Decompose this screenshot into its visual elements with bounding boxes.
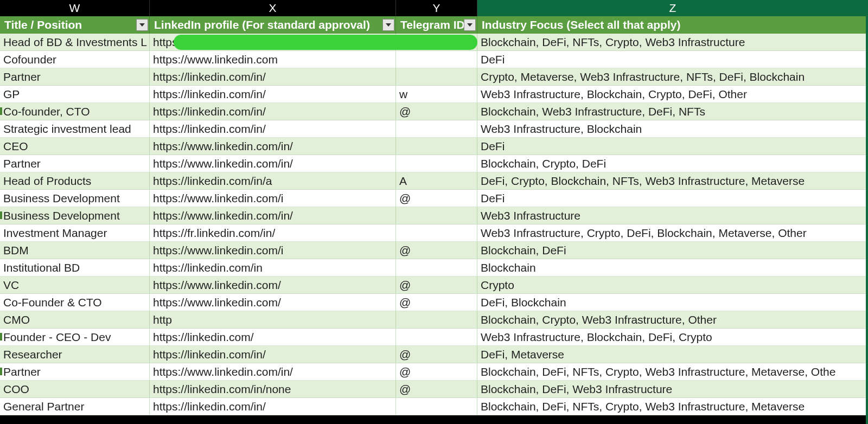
column-letter-z[interactable]: Z	[477, 0, 868, 16]
cell-x[interactable]: https://www.linkedin.com	[150, 51, 396, 68]
cell-x[interactable]: https://www.linkedin.com/in/a	[150, 34, 396, 51]
cell-z[interactable]: DeFi, Crypto, Blockchain, NFTs, Web3 Inf…	[477, 172, 868, 190]
cell-y[interactable]: @	[396, 363, 477, 381]
cell-y[interactable]: @	[396, 190, 477, 207]
cell-x[interactable]: https://www.linkedin.com/	[150, 277, 396, 294]
cell-w[interactable]: GP	[0, 86, 150, 103]
cell-w[interactable]: Partner	[0, 155, 150, 172]
cell-y[interactable]: @	[396, 294, 477, 311]
filter-button-w[interactable]	[136, 19, 148, 31]
cell-y[interactable]: @	[396, 103, 477, 120]
cell-w[interactable]: Founder - CEO - Dev	[0, 329, 150, 346]
cell-y[interactable]	[396, 259, 477, 277]
cell-z[interactable]: Blockchain, DeFi, NFTs, Crypto, Web3 Inf…	[477, 363, 868, 381]
cell-y[interactable]: @	[396, 381, 477, 398]
cell-x[interactable]: https://linkedin.com/in	[150, 259, 396, 277]
cell-y[interactable]	[396, 207, 477, 224]
cell-x[interactable]: https://linkedin.com/in/	[150, 86, 396, 103]
cell-w[interactable]: General Partner	[0, 398, 150, 415]
cell-w[interactable]: Head of Products	[0, 172, 150, 190]
cell-x[interactable]: https://www.linkedin.com/	[150, 294, 396, 311]
cell-y[interactable]	[396, 311, 477, 329]
cell-z[interactable]: DeFi, Blockchain	[477, 294, 868, 311]
cell-x[interactable]: https://linkedin.com/in/a	[150, 172, 396, 190]
cell-x[interactable]: https://linkedin.com/in/	[150, 103, 396, 120]
cell-x[interactable]: https://www.linkedin.com/i	[150, 242, 396, 259]
cell-z[interactable]: DeFi	[477, 190, 868, 207]
cell-x[interactable]: https://linkedin.com/in/none	[150, 381, 396, 398]
cell-z[interactable]: DeFi	[477, 138, 868, 155]
cell-z[interactable]: DeFi, Metaverse	[477, 346, 868, 363]
header-telegram-id[interactable]: Telegram ID	[396, 16, 477, 34]
column-letter-x[interactable]: X	[150, 0, 396, 16]
cell-z[interactable]: Blockchain, Web3 Infrastructure, DeFi, N…	[477, 103, 868, 120]
cell-z[interactable]: Crypto	[477, 277, 868, 294]
cell-z[interactable]: Blockchain, DeFi, NFTs, Crypto, Web3 Inf…	[477, 398, 868, 415]
cell-w[interactable]: VC	[0, 277, 150, 294]
cell-w[interactable]: Business Development	[0, 190, 150, 207]
cell-x[interactable]: https://linkedin.com/in/	[150, 398, 396, 415]
cell-y[interactable]: @	[396, 242, 477, 259]
filter-button-x[interactable]	[382, 19, 394, 31]
cell-x[interactable]: https://www.linkedin.com/i	[150, 190, 396, 207]
header-linkedin-profile[interactable]: LinkedIn profile (For standard approval)	[150, 16, 396, 34]
column-letter-y[interactable]: Y	[396, 0, 477, 16]
cell-y[interactable]	[396, 224, 477, 242]
cell-z[interactable]: DeFi	[477, 51, 868, 68]
cell-y[interactable]	[396, 329, 477, 346]
table-row: Head of Productshttps://linkedin.com/in/…	[0, 172, 868, 190]
cell-w[interactable]: Business Development	[0, 207, 150, 224]
cell-z[interactable]: Blockchain	[477, 259, 868, 277]
cell-y[interactable]: w	[396, 86, 477, 103]
cell-x[interactable]: https://fr.linkedin.com/in/	[150, 224, 396, 242]
cell-y[interactable]	[396, 68, 477, 86]
cell-x[interactable]: http	[150, 311, 396, 329]
cell-w[interactable]: CEO	[0, 138, 150, 155]
cell-w[interactable]: CMO	[0, 311, 150, 329]
cell-w[interactable]: Partner	[0, 363, 150, 381]
cell-z[interactable]: Blockchain, Crypto, Web3 Infrastructure,…	[477, 311, 868, 329]
cell-z[interactable]: Blockchain, DeFi, NFTs, Crypto, Web3 Inf…	[477, 34, 868, 51]
cell-y[interactable]: A	[396, 34, 477, 51]
cell-w[interactable]: Investment Manager	[0, 224, 150, 242]
cell-x[interactable]: https://linkedin.com/	[150, 329, 396, 346]
cell-y[interactable]	[396, 155, 477, 172]
cell-z[interactable]: Blockchain, Crypto, DeFi	[477, 155, 868, 172]
cell-w[interactable]: Co-founder, CTO	[0, 103, 150, 120]
cell-y[interactable]	[396, 120, 477, 138]
filter-button-y[interactable]	[464, 19, 476, 31]
cell-z[interactable]: Web3 Infrastructure, Blockchain	[477, 120, 868, 138]
cell-w[interactable]: Cofounder	[0, 51, 150, 68]
cell-w[interactable]: Head of BD & Investments L	[0, 34, 150, 51]
cell-z[interactable]: Crypto, Metaverse, Web3 Infrastructure, …	[477, 68, 868, 86]
cell-w[interactable]: COO	[0, 381, 150, 398]
cell-x[interactable]: https://www.linkedin.com/in/	[150, 155, 396, 172]
cell-y[interactable]: @	[396, 277, 477, 294]
cell-y[interactable]	[396, 398, 477, 415]
header-title-position[interactable]: Title / Position	[0, 16, 150, 34]
header-industry-focus[interactable]: Industry Focus (Select all that apply)	[477, 16, 868, 34]
cell-z[interactable]: Blockchain, DeFi, Web3 Infrastructure	[477, 381, 868, 398]
cell-z[interactable]: Blockchain, DeFi	[477, 242, 868, 259]
cell-x[interactable]: https://linkedin.com/in/	[150, 346, 396, 363]
cell-y[interactable]: @	[396, 346, 477, 363]
cell-x[interactable]: https://www.linkedin.com/in/	[150, 363, 396, 381]
cell-w[interactable]: Co-Founder & CTO	[0, 294, 150, 311]
cell-z[interactable]: Web3 Infrastructure, Blockchain, Crypto,…	[477, 86, 868, 103]
cell-y[interactable]	[396, 138, 477, 155]
cell-w[interactable]: BDM	[0, 242, 150, 259]
cell-z[interactable]: Web3 Infrastructure	[477, 207, 868, 224]
cell-y[interactable]: A	[396, 172, 477, 190]
cell-y[interactable]	[396, 51, 477, 68]
cell-z[interactable]: Web3 Infrastructure, Blockchain, DeFi, C…	[477, 329, 868, 346]
cell-x[interactable]: https://linkedin.com/in/	[150, 120, 396, 138]
cell-z[interactable]: Web3 Infrastructure, Crypto, DeFi, Block…	[477, 224, 868, 242]
column-letter-w[interactable]: W	[0, 0, 150, 16]
cell-w[interactable]: Institutional BD	[0, 259, 150, 277]
cell-x[interactable]: https://linkedin.com/in/	[150, 68, 396, 86]
cell-w[interactable]: Partner	[0, 68, 150, 86]
cell-w[interactable]: Researcher	[0, 346, 150, 363]
cell-x[interactable]: https://www.linkedin.com/in/	[150, 138, 396, 155]
cell-x[interactable]: https://www.linkedin.com/in/	[150, 207, 396, 224]
cell-w[interactable]: Strategic investment lead	[0, 120, 150, 138]
